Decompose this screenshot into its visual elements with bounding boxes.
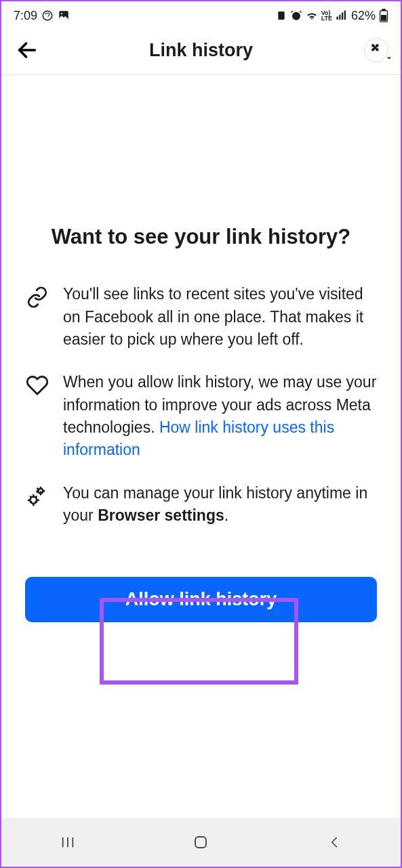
chevron-down-icon [385,53,393,64]
page-title: Link history [149,40,253,61]
svg-point-4 [292,12,300,20]
allow-link-history-button[interactable]: Allow link history [25,577,377,622]
info-text-settings: You can manage your link history anytime… [63,482,377,527]
svg-rect-11 [382,9,385,11]
heart-icon [25,371,49,395]
svg-rect-6 [339,15,340,20]
battery-icon [379,9,388,22]
svg-rect-5 [336,17,338,20]
back-nav-button[interactable] [307,829,361,856]
svg-rect-7 [342,13,343,20]
status-left: 7:09 [14,9,70,23]
gallery-icon [58,9,70,22]
info-row-ads: When you allow link history, we may use … [25,371,377,461]
info-text-ads: When you allow link history, we may use … [63,371,377,461]
info-row-links: You'll see links to recent sites you've … [25,283,377,351]
battery-percent: 62% [351,9,376,23]
gears-icon [25,482,49,506]
home-button[interactable] [174,829,228,856]
back-button[interactable] [14,37,41,64]
info-text-links: You'll see links to recent sites you've … [63,283,377,351]
signal-icon [336,9,348,22]
profile-switcher-button[interactable] [364,38,388,62]
svg-rect-8 [344,11,346,20]
svg-point-2 [61,13,62,14]
svg-rect-10 [381,15,386,21]
browser-settings-bold: Browser settings [98,506,224,524]
svg-rect-18 [195,837,206,848]
status-time: 7:09 [14,9,37,23]
arrow-left-icon [16,39,39,62]
link-icon [25,283,49,307]
status-right: Vo)LTE 62% [276,9,388,23]
recents-button[interactable] [41,829,95,856]
info-row-settings: You can manage your link history anytime… [25,482,377,527]
whatsapp-icon [41,9,54,22]
main-content: Want to see your link history? You'll se… [1,75,401,622]
svg-rect-3 [278,12,284,20]
svg-point-0 [43,11,52,20]
status-bar: 7:09 Vo)LTE 62% [1,1,401,30]
profile-avatar-icon [369,42,383,59]
hero-title: Want to see your link history? [25,224,377,249]
data-saver-icon [276,10,287,21]
alarm-icon [290,9,302,22]
wifi-icon [306,9,318,22]
app-header: Link history [1,30,401,75]
system-nav-bar [1,818,401,867]
volte-icon: Vo)LTE [321,10,332,21]
